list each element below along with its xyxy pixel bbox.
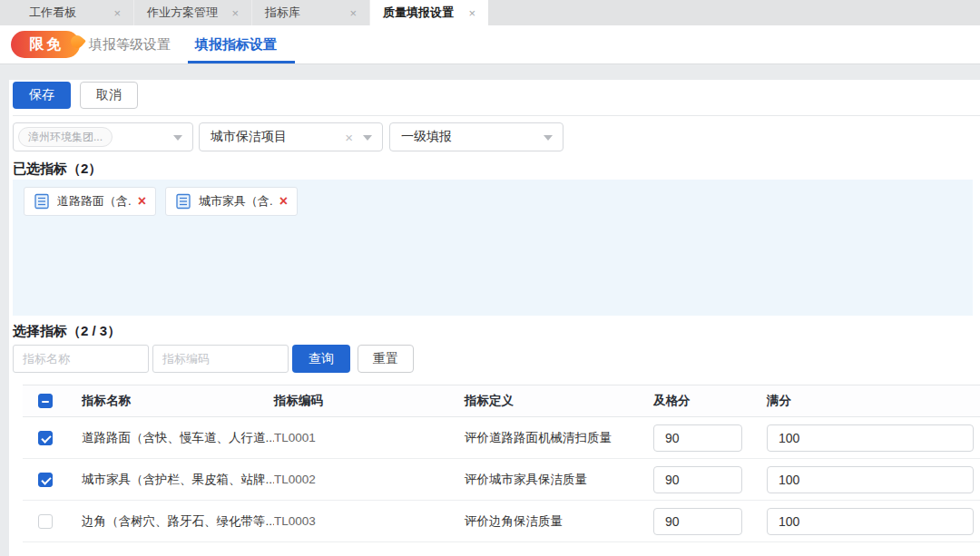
tab-work-dashboard[interactable]: 工作看板 × bbox=[16, 0, 134, 25]
indicator-code-input[interactable] bbox=[152, 345, 289, 373]
row-checkbox[interactable] bbox=[38, 431, 53, 445]
tab-label: 指标库 bbox=[265, 5, 300, 21]
chip-label: 城市家具（含... bbox=[199, 193, 272, 210]
full-score-input[interactable] bbox=[767, 466, 974, 493]
indicator-definition: 评价城市家具保洁质量 bbox=[465, 472, 653, 488]
close-icon[interactable]: × bbox=[113, 7, 121, 19]
indicator-definition: 评价道路路面机械清扫质量 bbox=[465, 430, 653, 446]
indicator-code: TL0001 bbox=[274, 431, 465, 444]
save-button[interactable]: 保存 bbox=[13, 82, 71, 109]
limited-free-badge: 限免 bbox=[11, 31, 80, 58]
row-checkbox[interactable] bbox=[38, 473, 53, 487]
selected-indicators-panel: 道路路面（含... × 城市家具（含... × bbox=[13, 180, 973, 316]
tab-label: 工作看板 bbox=[29, 5, 76, 21]
report-level-select[interactable]: 一级填报 bbox=[389, 122, 564, 151]
col-header-definition: 指标定义 bbox=[465, 393, 653, 409]
col-header-code: 指标编码 bbox=[274, 393, 465, 409]
selected-indicator-chip: 城市家具（含... × bbox=[165, 187, 298, 216]
tab-report-level-settings[interactable]: 填报等级设置 bbox=[89, 25, 171, 63]
project-select-value: 城市保洁项目 bbox=[211, 129, 287, 145]
pass-score-input[interactable] bbox=[653, 424, 742, 452]
col-header-full-score: 满分 bbox=[767, 393, 980, 409]
table-row: 道路路面（含快、慢车道、人行道... TL0001 评价道路路面机械清扫质量 bbox=[23, 417, 980, 459]
chip-remove-icon[interactable]: × bbox=[138, 194, 146, 209]
chip-label: 道路路面（含... bbox=[57, 193, 131, 210]
full-score-input[interactable] bbox=[767, 508, 974, 535]
close-icon[interactable]: × bbox=[468, 7, 475, 19]
org-select[interactable]: 漳州环境集团... bbox=[13, 122, 193, 151]
selected-indicators-title: 已选指标（2） bbox=[13, 161, 102, 178]
page-left-margin bbox=[0, 80, 9, 556]
col-header-pass-score: 及格分 bbox=[653, 393, 767, 409]
close-icon[interactable]: × bbox=[349, 7, 357, 19]
table-header-row: 指标名称 指标编码 指标定义 及格分 满分 bbox=[23, 385, 980, 417]
col-header-name: 指标名称 bbox=[82, 393, 274, 409]
table-row: 城市家具（含护栏、果皮箱、站牌... TL0002 评价城市家具保洁质量 bbox=[23, 459, 980, 501]
tab-label: 质量填报设置 bbox=[383, 5, 454, 21]
tab-work-plan-management[interactable]: 作业方案管理 × bbox=[134, 0, 252, 25]
indicator-name: 道路路面（含快、慢车道、人行道... bbox=[82, 430, 274, 446]
choose-indicators-title: 选择指标（2 / 3） bbox=[13, 323, 121, 340]
reset-button[interactable]: 重置 bbox=[358, 345, 414, 373]
section-divider-band bbox=[0, 63, 980, 80]
indicator-name: 城市家具（含护栏、果皮箱、站牌... bbox=[82, 472, 274, 488]
search-button[interactable]: 查询 bbox=[292, 345, 350, 373]
document-icon bbox=[34, 193, 50, 210]
chevron-down-icon bbox=[363, 135, 372, 141]
tab-label: 作业方案管理 bbox=[147, 5, 218, 21]
cancel-button[interactable]: 取消 bbox=[80, 82, 138, 109]
report-level-select-value: 一级填报 bbox=[401, 129, 452, 145]
indicator-name: 边角（含树穴、路牙石、绿化带等... bbox=[82, 513, 274, 530]
indicator-table: 指标名称 指标编码 指标定义 及格分 满分 道路路面（含快、慢车道、人行道...… bbox=[23, 385, 980, 542]
document-icon bbox=[175, 193, 191, 210]
select-all-checkbox[interactable] bbox=[38, 394, 53, 408]
selected-indicator-chip: 道路路面（含... × bbox=[24, 187, 156, 216]
indicator-name-input[interactable] bbox=[13, 345, 149, 373]
toolbar-divider bbox=[13, 115, 980, 116]
clear-icon[interactable]: × bbox=[345, 130, 353, 146]
close-icon[interactable]: × bbox=[231, 7, 239, 19]
full-score-input[interactable] bbox=[767, 424, 974, 452]
indicator-code: TL0002 bbox=[274, 473, 465, 486]
pass-score-input[interactable] bbox=[653, 466, 742, 493]
indicator-definition: 评价边角保洁质量 bbox=[465, 513, 653, 530]
chevron-down-icon bbox=[544, 135, 553, 141]
org-tag: 漳州环境集团... bbox=[18, 127, 113, 147]
project-select[interactable]: 城市保洁项目 × bbox=[199, 122, 383, 151]
row-checkbox[interactable] bbox=[38, 514, 53, 529]
sub-nav-bar: 限免 填报等级设置 填报指标设置 bbox=[0, 25, 980, 63]
tab-indicator-library[interactable]: 指标库 × bbox=[252, 0, 370, 25]
tab-report-indicator-settings[interactable]: 填报指标设置 bbox=[195, 25, 277, 63]
workspace-tab-bar: 工作看板 × 作业方案管理 × 指标库 × 质量填报设置 × bbox=[0, 0, 980, 25]
chip-remove-icon[interactable]: × bbox=[279, 194, 288, 209]
tab-quality-report-settings[interactable]: 质量填报设置 × bbox=[370, 0, 488, 25]
pass-score-input[interactable] bbox=[653, 508, 742, 535]
chevron-down-icon bbox=[173, 135, 182, 141]
indicator-code: TL0003 bbox=[274, 514, 465, 528]
table-row: 边角（含树穴、路牙石、绿化带等... TL0003 评价边角保洁质量 bbox=[23, 501, 980, 542]
